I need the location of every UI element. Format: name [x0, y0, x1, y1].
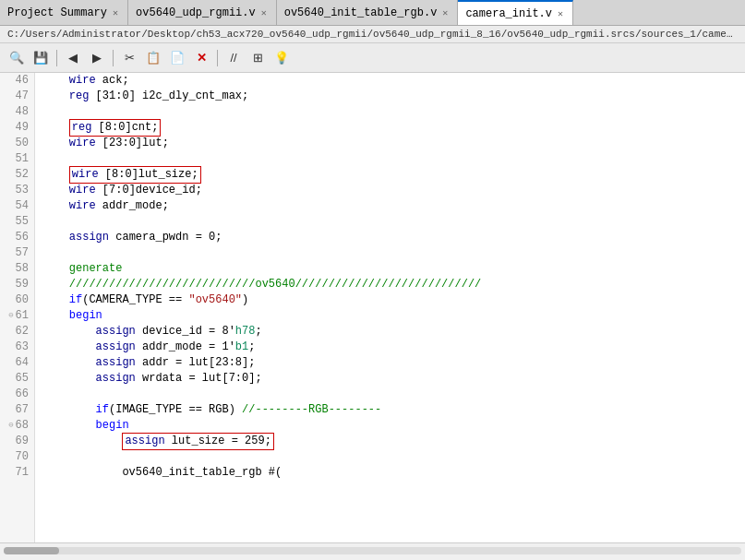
code-line-54: wire addr_mode;	[42, 198, 738, 214]
code-line-49: reg [8:0]cnt;	[42, 120, 738, 136]
code-line-47: reg [31:0] i2c_dly_cnt_max;	[42, 89, 738, 104]
toolbar-separator-2	[113, 50, 114, 66]
scroll-thumb[interactable]	[4, 547, 59, 554]
tab-bar: Project Summary ✕ ov5640_udp_rgmii.v ✕ o…	[0, 0, 745, 26]
line-num-46: 46	[4, 73, 29, 89]
code-line-70	[42, 449, 738, 465]
code-line-64: assign addr = lut[23:8];	[42, 355, 738, 371]
code-line-62: assign device_id = 8'h78;	[42, 324, 738, 340]
editor: 46 47 48 49 50 51 52 53 54 55 56 57 58 5…	[0, 73, 745, 542]
line-num-67: 67	[4, 402, 29, 418]
back-button[interactable]: ◀	[62, 47, 84, 69]
line-num-70: 70	[4, 449, 29, 465]
line-num-53: 53	[4, 183, 29, 198]
toolbar-separator-1	[56, 50, 57, 66]
line-num-52: 52	[4, 167, 29, 183]
line-num-62: 62	[4, 324, 29, 340]
line-num-55: 55	[4, 214, 29, 230]
line-num-66: 66	[4, 387, 29, 402]
code-content[interactable]: wire ack; reg [31:0] i2c_dly_cnt_max; re…	[35, 73, 745, 542]
code-line-68: begin	[42, 418, 738, 434]
save-button[interactable]: 💾	[30, 47, 52, 69]
line-num-47: 47	[4, 89, 29, 104]
code-line-56: assign camera_pwdn = 0;	[42, 230, 738, 245]
toolbar: 🔍 💾 ◀ ▶ ✂ 📋 📄 ✕ // ⊞ 💡	[0, 43, 745, 73]
code-line-60: if(CAMERA_TYPE == "ov5640")	[42, 292, 738, 308]
comment-button[interactable]: //	[222, 47, 245, 69]
tab-camera-init[interactable]: camera_init.v ✕	[458, 0, 573, 25]
code-line-57	[42, 245, 738, 261]
line-num-68: ⊖68	[4, 418, 29, 434]
code-line-65: assign wrdata = lut[7:0];	[42, 371, 738, 387]
line-num-58: 58	[4, 261, 29, 277]
tab-ov5640-init-table[interactable]: ov5640_init_table_rgb.v ✕	[277, 0, 459, 25]
line-numbers: 46 47 48 49 50 51 52 53 54 55 56 57 58 5…	[0, 73, 35, 542]
horizontal-scrollbar[interactable]	[0, 542, 745, 557]
forward-button[interactable]: ▶	[86, 47, 108, 69]
cut-button[interactable]: ✂	[118, 47, 140, 69]
line-num-60: 60	[4, 292, 29, 308]
code-line-52: wire [8:0]lut_size;	[42, 167, 738, 183]
search-button[interactable]: 🔍	[6, 47, 28, 69]
line-num-69: 69	[4, 434, 29, 449]
line-num-57: 57	[4, 245, 29, 261]
tab-close-ov5640-udp[interactable]: ✕	[259, 6, 269, 19]
code-line-58: generate	[42, 261, 738, 277]
copy-button[interactable]: 📋	[142, 47, 164, 69]
line-num-51: 51	[4, 151, 29, 167]
code-line-50: wire [23:0]lut;	[42, 136, 738, 151]
tab-label: ov5640_init_table_rgb.v	[284, 6, 438, 19]
code-line-67: if(IMAGE_TYPE == RGB) //--------RGB-----…	[42, 402, 738, 418]
file-path: C:/Users/Administrator/Desktop/ch53_acx7…	[7, 29, 745, 40]
tab-close-project-summary[interactable]: ✕	[111, 6, 120, 19]
code-line-66	[42, 387, 738, 402]
line-num-59: 59	[4, 277, 29, 292]
code-line-69: assign lut_size = 259;	[42, 434, 738, 449]
code-line-48	[42, 104, 738, 120]
code-line-63: assign addr_mode = 1'b1;	[42, 340, 738, 355]
line-num-56: 56	[4, 230, 29, 245]
path-bar: C:/Users/Administrator/Desktop/ch53_acx7…	[0, 26, 745, 43]
tab-label: ov5640_udp_rgmii.v	[136, 6, 256, 19]
line-num-64: 64	[4, 355, 29, 371]
tab-project-summary[interactable]: Project Summary ✕	[0, 0, 128, 25]
toolbar-separator-3	[217, 50, 218, 66]
delete-button[interactable]: ✕	[190, 47, 212, 69]
tab-close-ov5640-init-table[interactable]: ✕	[440, 6, 450, 19]
line-num-48: 48	[4, 104, 29, 120]
code-line-59: ////////////////////////////ov5640//////…	[42, 277, 738, 292]
code-line-53: wire [7:0]device_id;	[42, 183, 738, 198]
line-num-71: 71	[4, 465, 29, 481]
scroll-track[interactable]	[4, 547, 741, 554]
tab-label: Project Summary	[7, 6, 107, 19]
code-line-46: wire ack;	[42, 73, 738, 89]
line-num-63: 63	[4, 340, 29, 355]
line-num-65: 65	[4, 371, 29, 387]
code-line-55	[42, 214, 738, 230]
table-button[interactable]: ⊞	[246, 47, 269, 69]
line-num-49: 49	[4, 120, 29, 136]
line-num-50: 50	[4, 136, 29, 151]
tab-label: camera_init.v	[465, 7, 552, 20]
code-line-51	[42, 151, 738, 167]
code-line-61: begin	[42, 308, 738, 324]
tab-ov5640-udp[interactable]: ov5640_udp_rgmii.v ✕	[128, 0, 277, 25]
bulb-button[interactable]: 💡	[270, 47, 293, 69]
line-num-54: 54	[4, 198, 29, 214]
tab-close-camera-init[interactable]: ✕	[556, 7, 565, 20]
code-line-71: ov5640_init_table_rgb #(	[42, 465, 738, 481]
line-num-61: ⊖61	[4, 308, 29, 324]
paste-button[interactable]: 📄	[166, 47, 188, 69]
